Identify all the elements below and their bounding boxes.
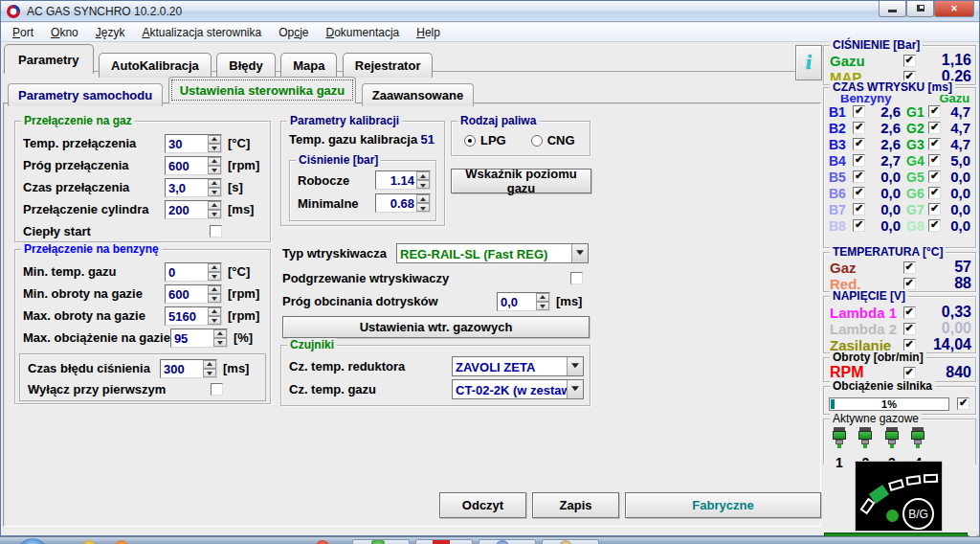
dropdown-arrow-icon[interactable] <box>567 357 583 375</box>
menu-aktualizacja[interactable]: Aktualizacja sterownika <box>133 24 270 41</box>
spin-buttons[interactable] <box>208 201 221 218</box>
rpm-checkbox[interactable] <box>903 367 916 379</box>
spin-up-icon[interactable] <box>203 360 216 369</box>
subtab-parametry-samochodu[interactable]: Parametry samochodu <box>8 83 163 106</box>
menu-port[interactable]: Port <box>4 24 42 41</box>
spin-down-icon[interactable] <box>208 294 221 303</box>
menu-okno[interactable]: Okno <box>42 24 87 41</box>
g2-checkbox[interactable] <box>928 122 941 134</box>
gas-temp-sensor-dropdown[interactable]: CT-02-2K (w zestawi <box>452 379 584 399</box>
spin-down-icon[interactable] <box>203 369 216 377</box>
switch-rpm-spinner[interactable]: 600 <box>165 156 222 175</box>
spin-down-icon[interactable] <box>536 302 549 310</box>
minimal-pressure-spinner[interactable]: 0.68 <box>375 193 431 213</box>
working-pressure-spinner[interactable]: 1.14 <box>375 170 431 190</box>
g8-checkbox[interactable] <box>928 219 941 232</box>
supply-voltage-checkbox[interactable] <box>903 339 916 351</box>
switch-time-spinner[interactable]: 3,0 <box>165 178 222 197</box>
dropdown-arrow-icon[interactable] <box>571 244 588 262</box>
g5-checkbox[interactable] <box>928 170 941 183</box>
b2-checkbox[interactable] <box>853 122 865 134</box>
spin-down-icon[interactable] <box>208 166 221 174</box>
engine-load-checkbox[interactable] <box>957 397 969 410</box>
tab-bledy[interactable]: Błędy <box>216 53 275 78</box>
menu-help[interactable]: Help <box>408 24 449 41</box>
spin-up-icon[interactable] <box>536 293 549 302</box>
write-button[interactable]: Zapis <box>532 492 619 518</box>
gas-level-indicator-button[interactable]: Wskaźnik poziomu gazu <box>451 169 591 193</box>
menu-jezyk[interactable]: Język <box>87 24 134 41</box>
taskbar-icon[interactable] <box>316 540 329 544</box>
minimize-button[interactable] <box>879 1 906 17</box>
lpg-radio[interactable] <box>464 135 476 147</box>
switch-temp-spinner[interactable]: 30 <box>165 134 222 153</box>
max-rpm-spinner[interactable]: 5160 <box>165 306 222 326</box>
spin-buttons[interactable] <box>208 157 221 174</box>
warm-start-checkbox[interactable] <box>210 225 222 238</box>
spin-down-icon[interactable] <box>213 338 227 347</box>
spin-down-icon[interactable] <box>416 203 430 212</box>
taskbar-icon[interactable] <box>371 540 385 544</box>
restore-button[interactable] <box>906 1 934 17</box>
pressure-error-time-spinner[interactable]: 300 <box>160 359 217 378</box>
lambda1-checkbox[interactable] <box>903 306 916 319</box>
g7-checkbox[interactable] <box>928 203 941 215</box>
max-load-spinner[interactable]: 95 <box>170 329 228 348</box>
spin-down-icon[interactable] <box>208 272 221 281</box>
tab-autokalibracja[interactable]: AutoKalibracja <box>99 53 212 78</box>
factory-settings-button[interactable]: Fabryczne <box>625 492 821 518</box>
spin-up-icon[interactable] <box>208 307 221 316</box>
min-gas-temp-spinner[interactable]: 0 <box>165 262 222 282</box>
spin-up-icon[interactable] <box>208 285 221 294</box>
cutoff-spinner[interactable]: 0,0 <box>497 292 550 311</box>
spin-buttons[interactable] <box>416 194 430 212</box>
spin-buttons[interactable] <box>536 293 549 310</box>
gas-pressure-checkbox[interactable] <box>903 55 916 67</box>
spin-down-icon[interactable] <box>416 180 430 189</box>
spin-buttons[interactable] <box>208 179 221 196</box>
b4-checkbox[interactable] <box>853 154 865 167</box>
b5-checkbox[interactable] <box>853 170 865 183</box>
b6-checkbox[interactable] <box>853 187 865 199</box>
b3-checkbox[interactable] <box>853 138 865 150</box>
spin-up-icon[interactable] <box>213 329 227 338</box>
taskbar-icon[interactable] <box>82 540 96 544</box>
min-rpm-spinner[interactable]: 600 <box>165 284 222 304</box>
spin-buttons[interactable] <box>416 171 430 189</box>
g4-checkbox[interactable] <box>928 154 941 167</box>
cylinder-switch-spinner[interactable]: 200 <box>165 200 222 219</box>
spin-down-icon[interactable] <box>208 316 221 325</box>
spin-buttons[interactable] <box>208 307 221 325</box>
spin-up-icon[interactable] <box>416 194 430 203</box>
close-button[interactable]: ✕ <box>934 1 974 17</box>
gas-temp-checkbox[interactable] <box>903 261 916 274</box>
taskbar-icon[interactable] <box>115 540 128 544</box>
first-switch-checkbox[interactable] <box>211 383 223 396</box>
spin-up-icon[interactable] <box>416 171 430 180</box>
spin-buttons[interactable] <box>208 285 221 303</box>
subtab-ustawienia-sterownika[interactable]: Ustawienia sterownika gazu <box>168 77 357 103</box>
spin-buttons[interactable] <box>208 263 221 281</box>
gas-injector-settings-button[interactable]: Ustawienia wtr. gazowych <box>282 316 590 338</box>
spin-buttons[interactable] <box>203 360 216 377</box>
g6-checkbox[interactable] <box>928 187 941 199</box>
start-button[interactable] <box>17 538 48 544</box>
g3-checkbox[interactable] <box>928 138 941 150</box>
b7-checkbox[interactable] <box>853 203 865 215</box>
b1-checkbox[interactable] <box>853 105 865 118</box>
spin-up-icon[interactable] <box>208 263 221 272</box>
menu-opcje[interactable]: Opcje <box>270 24 317 41</box>
spin-down-icon[interactable] <box>208 210 221 218</box>
tab-rejestrator[interactable]: Rejestrator <box>343 53 434 78</box>
reducer-temp-checkbox[interactable] <box>903 278 916 290</box>
spin-up-icon[interactable] <box>208 201 221 210</box>
menu-dokumentacja[interactable]: Dokumentacja <box>318 24 409 41</box>
spin-buttons[interactable] <box>208 135 221 152</box>
spin-down-icon[interactable] <box>208 188 221 196</box>
b8-checkbox[interactable] <box>853 219 865 232</box>
read-button[interactable]: Odczyt <box>439 492 526 518</box>
g1-checkbox[interactable] <box>928 105 941 118</box>
spin-down-icon[interactable] <box>208 144 221 152</box>
reducer-temp-sensor-dropdown[interactable]: ZAVOLI ZETA <box>452 356 584 376</box>
connection-info-button[interactable]: i <box>795 45 822 80</box>
